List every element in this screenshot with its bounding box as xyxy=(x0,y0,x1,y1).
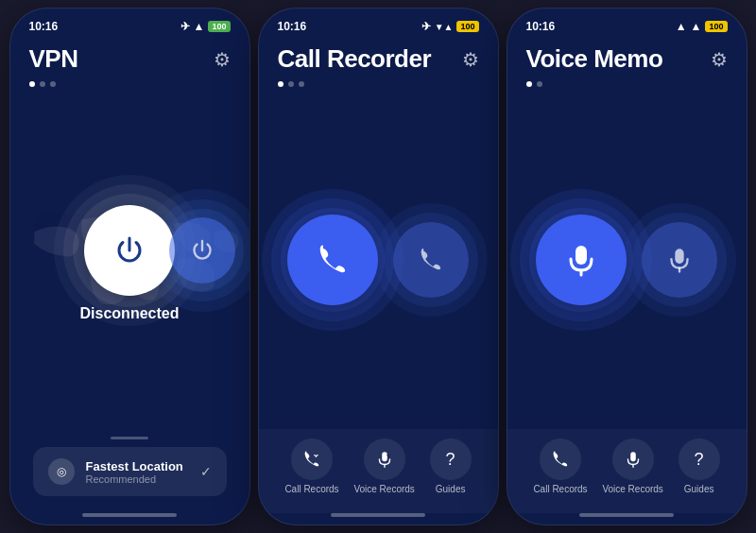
vm-voice-icon-wrap xyxy=(612,438,654,480)
vpn-header: VPN ⚙ xyxy=(10,37,249,77)
power-icon xyxy=(112,233,146,267)
cr-status-right: ✈ ▼▲ 100 xyxy=(421,20,479,33)
mic-icon xyxy=(564,243,598,277)
vpn-buttons-area xyxy=(10,205,249,296)
svg-rect-4 xyxy=(675,249,683,264)
cr-airplane-icon: ✈ xyxy=(421,20,431,33)
vm-secondary-button[interactable] xyxy=(642,222,717,298)
vpn-wifi-icon: ▲ xyxy=(194,20,205,33)
vm-status-right: ▲ ▲ 100 xyxy=(676,20,728,33)
location-icon: ◎ xyxy=(48,458,75,485)
vm-nav-calls[interactable]: Call Records xyxy=(533,438,587,494)
vm-dot-2 xyxy=(537,81,542,87)
vpn-time: 10:16 xyxy=(29,20,59,33)
vm-content xyxy=(507,91,747,429)
vpn-main-btn-container xyxy=(84,205,175,296)
vm-mic-button[interactable] xyxy=(536,215,627,305)
vm-status-bar: 10:16 ▲ ▲ 100 xyxy=(507,9,747,37)
cr-nav-guides[interactable]: ? Guides xyxy=(430,438,472,494)
cr-battery: 100 xyxy=(456,21,478,32)
vpn-dots xyxy=(10,77,249,91)
vm-buttons xyxy=(536,186,717,334)
vm-calls-label: Call Records xyxy=(533,484,587,494)
cr-header: Call Recorder ⚙ xyxy=(259,37,498,77)
vm-header: Voice Memo ⚙ xyxy=(507,37,747,77)
phone-icon xyxy=(316,243,350,277)
cr-phone-btn-container xyxy=(287,215,378,305)
vpn-title: VPN xyxy=(29,44,78,74)
vm-voice-label: Voice Records xyxy=(602,484,662,494)
cr-nav-calls[interactable]: Call Records xyxy=(284,438,338,494)
cr-content xyxy=(259,91,498,429)
cr-nav-voice[interactable]: Voice Records xyxy=(353,438,414,494)
vm-guides-icon: ? xyxy=(695,450,704,470)
vm-title: Voice Memo xyxy=(526,44,663,74)
cr-calls-icon-wrap xyxy=(291,438,333,480)
cr-gear-icon[interactable]: ⚙ xyxy=(462,48,479,71)
vm-guides-label: Guides xyxy=(684,484,714,494)
vpn-battery: 100 xyxy=(208,21,230,32)
vm-guides-icon-wrap: ? xyxy=(679,438,720,480)
vm-nav-voice[interactable]: Voice Records xyxy=(602,438,662,494)
location-name: Fastest Location xyxy=(86,459,189,473)
vm-dot-1 xyxy=(526,81,532,87)
vm-calls-icon-wrap xyxy=(540,438,581,480)
vpn-content: Disconnected xyxy=(10,91,249,437)
phones-container: 10:16 ✈ ▲ 100 VPN ⚙ xyxy=(2,0,755,533)
vm-signal-icon: ▲ xyxy=(691,20,702,33)
power-icon-secondary xyxy=(189,237,215,264)
cr-dots xyxy=(259,77,498,91)
vm-time: 10:16 xyxy=(526,20,556,33)
vpn-status-bar: 10:16 ✈ ▲ 100 xyxy=(10,9,249,37)
cr-wifi-icon: ▼▲ xyxy=(435,22,454,32)
vpn-secondary-button[interactable] xyxy=(169,217,235,284)
cr-voice-icon xyxy=(375,450,394,469)
vpn-secondary-btn-container xyxy=(169,217,235,284)
vm-dots xyxy=(507,77,747,91)
cr-phone-button[interactable] xyxy=(287,215,378,305)
location-sub: Recommended xyxy=(86,473,189,485)
cr-guides-icon: ? xyxy=(446,450,455,470)
cr-dot-3 xyxy=(299,81,304,87)
svg-rect-0 xyxy=(382,452,387,461)
drag-handle xyxy=(111,437,148,439)
dot-1 xyxy=(29,81,35,87)
location-info: Fastest Location Recommended xyxy=(86,459,189,485)
cr-secondary-button[interactable] xyxy=(393,222,469,298)
dot-3 xyxy=(50,81,56,87)
cr-guides-icon-wrap: ? xyxy=(430,438,472,480)
cr-voice-label: Voice Records xyxy=(353,484,414,494)
vpn-home-indicator xyxy=(82,513,177,517)
cr-guides-label: Guides xyxy=(436,484,466,494)
cr-time: 10:16 xyxy=(278,20,307,33)
cr-secondary-btn-container xyxy=(393,222,469,298)
vpn-status-right: ✈ ▲ 100 xyxy=(180,20,231,33)
vpn-airplane-icon: ✈ xyxy=(180,20,190,33)
phone-icon-secondary xyxy=(418,247,444,273)
cr-dot-1 xyxy=(278,81,284,87)
vpn-power-button[interactable] xyxy=(84,205,175,296)
vm-wifi-icon: ▲ xyxy=(676,20,687,33)
vpn-phone: 10:16 ✈ ▲ 100 VPN ⚙ xyxy=(9,8,250,525)
voice-memo-phone: 10:16 ▲ ▲ 100 Voice Memo ⚙ xyxy=(507,8,747,525)
cr-home-indicator xyxy=(331,513,425,517)
location-bar[interactable]: ◎ Fastest Location Recommended ✓ xyxy=(33,447,227,496)
check-icon: ✓ xyxy=(200,464,212,479)
cr-voice-icon-wrap xyxy=(364,438,405,480)
vm-voice-icon xyxy=(624,450,643,469)
vm-mic-btn-container xyxy=(536,215,627,305)
cr-calls-label: Call Records xyxy=(284,484,338,494)
vm-bottom-nav: Call Records Voice Records ? Guides xyxy=(507,429,747,513)
cr-dot-2 xyxy=(288,81,294,87)
mic-icon-secondary xyxy=(666,247,693,273)
vm-gear-icon[interactable]: ⚙ xyxy=(711,48,728,71)
vm-home-indicator xyxy=(579,513,674,517)
svg-rect-2 xyxy=(576,246,587,265)
vpn-gear-icon[interactable]: ⚙ xyxy=(214,48,231,71)
dot-2 xyxy=(40,81,45,87)
cr-bottom-nav: Call Records Voice Records ? Guides xyxy=(259,429,498,513)
vm-calls-icon xyxy=(551,450,570,469)
vm-battery: 100 xyxy=(705,21,727,32)
svg-rect-6 xyxy=(630,452,636,461)
vm-nav-guides[interactable]: ? Guides xyxy=(679,438,720,494)
